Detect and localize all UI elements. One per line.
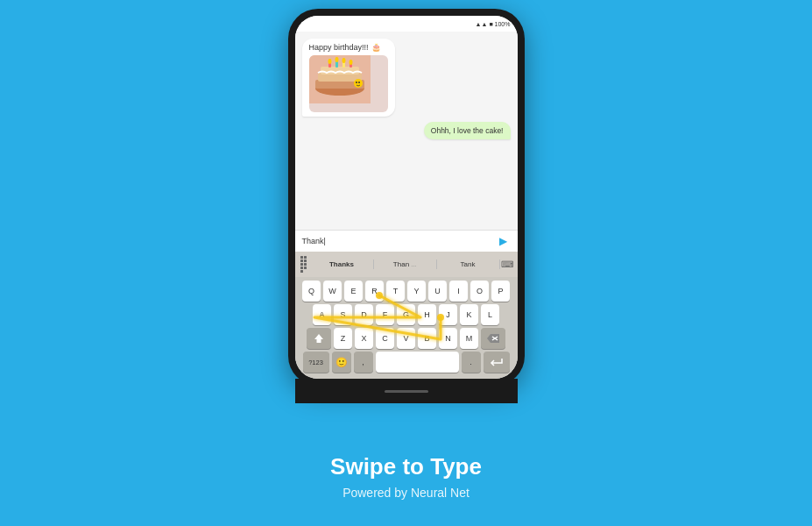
key-u[interactable]: U xyxy=(428,281,447,302)
key-y[interactable]: Y xyxy=(407,281,426,302)
reply-bubble: Ohhh, I love the cake! xyxy=(424,122,511,139)
key-f[interactable]: F xyxy=(376,304,394,325)
keyboard-row-2: A S D F G H J K L xyxy=(297,304,516,325)
svg-point-12 xyxy=(349,60,352,65)
svg-point-15 xyxy=(358,82,360,83)
key-h[interactable]: H xyxy=(418,304,436,325)
key-o[interactable]: O xyxy=(470,281,489,302)
svg-marker-16 xyxy=(314,334,323,343)
enter-key[interactable] xyxy=(484,352,510,373)
key-p[interactable]: P xyxy=(491,281,510,302)
keyboard-row-3: Z X C V B N M xyxy=(297,328,516,349)
keyboard-hide-icon[interactable]: ⌨ xyxy=(500,259,514,269)
suggestions-bar: Thanks Than ... Tank ⌨ xyxy=(295,252,518,277)
send-button[interactable]: ▶ xyxy=(497,234,511,248)
phone-mockup: ▲▲ ■ 100% Happy birthday!!! 🎂 xyxy=(288,9,525,386)
phone-nav-bar xyxy=(295,379,518,403)
reply-message: Ohhh, I love the cake! xyxy=(431,126,504,135)
suggestion-thanks[interactable]: Thanks xyxy=(311,259,374,269)
key-g[interactable]: G xyxy=(397,304,415,325)
emoji-key[interactable]: 🙂 xyxy=(332,352,351,373)
grid-icon[interactable] xyxy=(299,254,311,274)
enter-icon xyxy=(490,357,504,367)
key-n[interactable]: N xyxy=(439,328,457,349)
key-e[interactable]: E xyxy=(344,281,363,302)
key-i[interactable]: I xyxy=(449,281,468,302)
key-b[interactable]: B xyxy=(418,328,436,349)
backspace-icon xyxy=(486,333,500,344)
comma-key[interactable]: , xyxy=(354,352,373,373)
feature-subtitle: Powered by Neural Net xyxy=(330,486,482,500)
birthday-emoji: 🎂 xyxy=(371,43,381,52)
status-bar: ▲▲ ■ 100% xyxy=(295,16,518,32)
birthday-text: Happy birthday!!! 🎂 xyxy=(309,43,388,52)
svg-point-10 xyxy=(335,57,338,62)
key-x[interactable]: X xyxy=(355,328,373,349)
nav-pill xyxy=(385,390,428,393)
shift-icon xyxy=(314,333,324,344)
suggestion-tank[interactable]: Tank xyxy=(437,259,500,269)
cake-svg xyxy=(309,55,371,103)
space-key[interactable] xyxy=(376,352,459,373)
key-a[interactable]: A xyxy=(313,304,331,325)
birthday-bubble: Happy birthday!!! 🎂 xyxy=(302,39,395,117)
input-bar: Thank| ▶ xyxy=(295,230,518,252)
sym-key[interactable]: ?123 xyxy=(303,352,329,373)
key-d[interactable]: D xyxy=(355,304,373,325)
key-r[interactable]: R xyxy=(365,281,384,302)
key-q[interactable]: Q xyxy=(302,281,321,302)
key-c[interactable]: C xyxy=(376,328,394,349)
key-w[interactable]: W xyxy=(323,281,342,302)
svg-point-9 xyxy=(328,59,331,64)
key-t[interactable]: T xyxy=(386,281,405,302)
key-j[interactable]: J xyxy=(439,304,457,325)
shift-key[interactable] xyxy=(307,328,331,349)
key-v[interactable]: V xyxy=(397,328,415,349)
svg-point-11 xyxy=(342,58,345,63)
feature-title: Swipe to Type xyxy=(330,453,482,480)
svg-point-14 xyxy=(356,82,357,83)
bottom-text: Swipe to Type Powered by Neural Net xyxy=(330,453,482,500)
phone-screen: ▲▲ ■ 100% Happy birthday!!! 🎂 xyxy=(295,16,518,379)
birthday-message: Happy birthday!!! xyxy=(309,43,369,52)
key-l[interactable]: L xyxy=(481,304,499,325)
input-field[interactable]: Thank| xyxy=(302,237,497,245)
keyboard-row-4: ?123 🙂 , . xyxy=(297,352,516,373)
svg-marker-17 xyxy=(487,334,499,343)
page-container: ▲▲ ■ 100% Happy birthday!!! 🎂 xyxy=(0,0,812,526)
chat-area: Happy birthday!!! 🎂 xyxy=(295,32,518,230)
key-m[interactable]: M xyxy=(460,328,478,349)
keyboard: Q W E R T Y U I O P A S xyxy=(295,277,518,379)
svg-point-13 xyxy=(354,79,363,88)
status-icons: ▲▲ ■ 100% xyxy=(476,21,511,27)
suggestion-than[interactable]: Than ... xyxy=(374,259,437,269)
keyboard-row-1: Q W E R T Y U I O P xyxy=(297,281,516,302)
period-key[interactable]: . xyxy=(462,352,481,373)
key-k[interactable]: K xyxy=(460,304,478,325)
cake-image xyxy=(309,55,388,112)
backspace-key[interactable] xyxy=(481,328,505,349)
key-s[interactable]: S xyxy=(334,304,352,325)
key-z[interactable]: Z xyxy=(334,328,352,349)
keyboard-wrapper: Q W E R T Y U I O P A S xyxy=(295,277,518,379)
